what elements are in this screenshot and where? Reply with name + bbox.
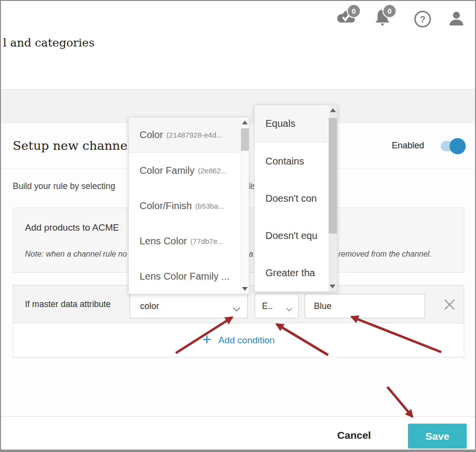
operator-option[interactable]: Greater tha — [255, 254, 328, 291]
scroll-down-icon[interactable] — [330, 285, 335, 288]
app-window: l and categories 0 0 ? Setup new channel… — [0, 0, 476, 452]
value-input[interactable] — [305, 294, 425, 318]
condition-label: If master data attribute — [25, 299, 111, 309]
add-condition-label: Add condition — [218, 335, 275, 346]
scope-title: Add products to ACME — [25, 222, 119, 233]
intro-text: Build your rule by selecting — [13, 181, 115, 191]
attribute-option[interactable]: Color Family (2e862... — [129, 153, 240, 188]
enabled-label: Enabled — [392, 141, 424, 151]
help-icon[interactable]: ? — [414, 10, 431, 30]
sync-status-icon[interactable]: 0 — [335, 9, 359, 28]
scrollbar[interactable] — [329, 105, 337, 291]
chevron-down-icon — [233, 304, 240, 314]
attribute-dropdown-menu: Color (21487928-e4d... Color Family (2e8… — [128, 117, 249, 294]
notifications-bell-icon[interactable]: 0 — [373, 8, 395, 29]
attribute-option[interactable]: Lens Color (77db7e... — [129, 223, 240, 259]
attribute-select-value: color — [140, 301, 159, 311]
notifications-count-badge: 0 — [382, 4, 397, 18]
page-title: l and categories — [3, 36, 95, 49]
attribute-option[interactable]: Color (21487928-e4d... — [129, 118, 240, 153]
operator-option[interactable]: Contains — [255, 143, 328, 180]
chevron-down-icon — [286, 304, 292, 314]
scroll-up-icon[interactable] — [330, 108, 336, 112]
save-button[interactable]: Save — [408, 424, 467, 449]
operator-select[interactable]: E.. — [255, 294, 299, 318]
attribute-select[interactable]: color — [130, 294, 248, 318]
operator-select-value: E.. — [262, 301, 273, 311]
scrollbar[interactable] — [240, 118, 249, 294]
toggle-knob — [450, 138, 466, 154]
scope-note-start: Note: when a channel rule no — [25, 250, 127, 259]
scope-note-mid: a — [249, 250, 253, 259]
operator-option[interactable]: Doesn't con — [255, 180, 328, 217]
sync-count-badge: 0 — [347, 4, 361, 18]
scrollbar-thumb[interactable] — [241, 128, 249, 151]
add-condition-button[interactable]: + Add condition — [13, 323, 464, 357]
operator-option[interactable]: Equals — [255, 105, 328, 143]
operator-option[interactable]: Doesn't equ — [255, 217, 328, 254]
operator-dropdown-menu: Equals Contains Doesn't con Doesn't equ … — [254, 105, 337, 292]
panel-heading: Setup new channel r — [13, 139, 141, 153]
cancel-button[interactable]: Cancel — [327, 429, 381, 441]
scroll-up-icon[interactable] — [242, 120, 248, 124]
footer-divider — [1, 416, 475, 417]
plus-icon: + — [202, 332, 212, 347]
enabled-toggle[interactable] — [441, 141, 463, 151]
scroll-down-icon[interactable] — [242, 287, 248, 291]
svg-text:?: ? — [420, 14, 426, 24]
attribute-option[interactable]: Color/Finish (b53ba... — [129, 188, 240, 223]
scope-note-end: removed from the channel. — [338, 250, 431, 259]
user-profile-icon[interactable] — [447, 9, 466, 30]
attribute-option[interactable]: Lens Color Family ... — [129, 259, 240, 294]
remove-condition-icon[interactable] — [443, 298, 456, 313]
scrollbar-thumb[interactable] — [329, 118, 337, 234]
